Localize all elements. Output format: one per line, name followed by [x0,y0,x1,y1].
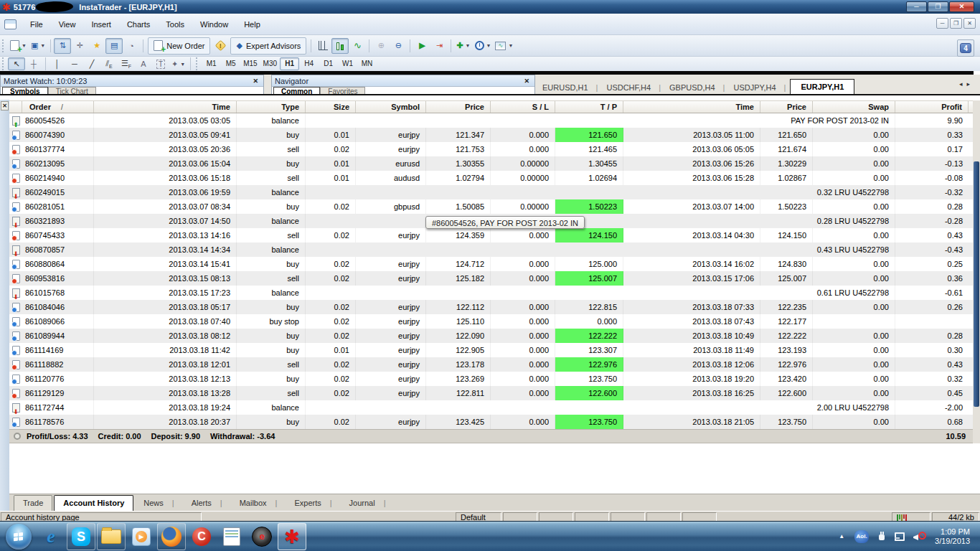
toolbar-grip[interactable] [196,57,199,70]
timeframe-button[interactable]: M5 [221,57,240,70]
vertical-scrollbar[interactable] [973,100,980,443]
column-profit[interactable]: Profit [895,101,969,113]
timeframe-button[interactable]: M30 [260,57,280,70]
terminal-tab[interactable]: News [135,496,182,511]
terminal-tab[interactable]: Alerts [183,496,231,511]
notification-button[interactable]: 4 [957,39,974,57]
network-tray-icon[interactable] [895,532,905,541]
menu-item[interactable]: View [51,17,84,32]
fibonacci-button[interactable]: ☰F [118,57,135,70]
toolbar-grip[interactable] [2,39,6,52]
column-order[interactable]: Order/ [22,101,94,113]
close-button[interactable]: ✕ [949,1,974,12]
column-open-price[interactable]: Price [426,101,491,113]
history-row[interactable]: 861114169 2013.03.18 11:42 buy 0.01 eurj… [9,343,973,357]
text-button[interactable]: A [135,57,152,70]
column-size[interactable]: Size [306,101,356,113]
expert-advisors-button[interactable]: ◆ Expert Advisors [234,38,303,54]
equidistant-channel-button[interactable]: ⫽E [100,57,118,70]
column-type[interactable]: Type [237,101,306,113]
vertical-line-button[interactable]: │ [49,57,66,70]
history-row[interactable]: 861084046 2013.03.18 05:17 buy 0.02 eurj… [9,300,973,314]
templates-button[interactable]: ∿▼ [493,38,515,54]
firefox-icon[interactable] [157,523,186,550]
timeframe-button[interactable]: W1 [338,57,357,70]
important-news-button[interactable]: ! [212,38,229,54]
power-plug-tray-icon[interactable] [877,532,886,542]
terminal-tab[interactable]: Account History [54,495,133,511]
history-row[interactable]: 860213095 2013.03.06 15:04 buy 0.01 euru… [9,156,973,171]
chart-tab[interactable]: GBPUSD,H4 [665,81,729,95]
chart-tab[interactable]: USDJPY,H4 [729,81,790,95]
chart-window-icon[interactable] [4,19,17,29]
taskbar-clock[interactable]: 1:09 PM 3/19/2013 [930,527,976,546]
history-row[interactable]: 860054526 2013.03.05 03:05 balance PAY F… [9,113,973,128]
data-window-button[interactable]: ✛ [71,38,88,54]
zoom-out-button[interactable]: ⊖ [390,38,407,54]
column-symbol[interactable]: Symbol [356,101,426,113]
strategy-tester-button[interactable]: ◔ [123,38,140,54]
terminal-toggle-button[interactable]: ▤ [105,38,123,54]
menu-item[interactable]: Tools [158,17,192,32]
menu-item[interactable]: File [22,17,51,32]
timeframe-button[interactable]: H4 [299,57,319,70]
bar-chart-button[interactable] [314,38,331,54]
tab-scroll-arrows[interactable]: ◂▸ [959,80,974,88]
candlestick-chart-button[interactable] [331,38,349,54]
history-row[interactable]: 861129129 2013.03.18 13:28 sell 0.02 eur… [9,386,973,400]
history-row[interactable]: 861089944 2013.03.18 08:12 buy 0.02 eurj… [9,329,973,343]
history-row[interactable]: 860745433 2013.03.13 14:16 sell 0.02 eur… [9,228,973,242]
instatrader-taskbar-icon[interactable]: ✱ [278,523,306,550]
timeframe-button[interactable]: M1 [202,57,221,70]
aol-tray-icon[interactable]: Aol. [854,530,869,543]
history-row[interactable]: 860214940 2013.03.06 15:18 sell 0.01 aud… [9,171,973,185]
history-row[interactable]: 861172744 2013.03.18 19:24 balance 2.00 … [9,400,973,415]
menu-item[interactable]: Insert [83,17,119,32]
timeframe-button[interactable]: MN [357,57,377,70]
chart-tab[interactable]: EURUSD,H1 [538,81,602,95]
history-row[interactable]: 860281051 2013.03.07 08:34 buy 0.02 gbpu… [9,199,973,214]
arrows-button[interactable]: ✦▼ [169,57,187,70]
start-button[interactable] [6,524,32,550]
new-chart-button[interactable]: +▼ [8,38,29,54]
notes-app-icon[interactable] [217,523,246,550]
file-explorer-icon[interactable] [97,523,126,550]
history-row[interactable]: 860880864 2013.03.14 15:41 buy 0.02 eurj… [9,257,973,271]
menu-item[interactable]: Charts [119,17,158,32]
status-profile[interactable]: Default [456,512,501,521]
crosshair-button[interactable]: ┼ [25,57,42,70]
periods-button[interactable]: ▼ [473,38,494,54]
history-row[interactable]: 861178576 2013.03.18 20:37 buy 0.02 eurj… [9,415,973,429]
history-row[interactable]: 861015768 2013.03.15 17:23 balance 0.61 … [9,286,973,300]
column-close-time[interactable]: Time [623,101,760,113]
mdi-restore-button[interactable]: ❐ [950,18,962,29]
menu-item[interactable]: Help [236,17,268,32]
history-row[interactable]: 861118882 2013.03.18 12:01 sell 0.02 eur… [9,357,973,372]
timeframe-button[interactable]: H1 [280,57,299,70]
history-row[interactable]: 861089066 2013.03.18 07:40 buy stop 0.02… [9,314,973,329]
terminal-tab[interactable]: Experts [286,496,340,511]
terminal-tab[interactable]: Trade [14,495,52,511]
chart-tab[interactable]: EURJPY,H1 [790,79,854,95]
chart-tab[interactable]: USDCHF,H4 [602,81,665,95]
trendline-button[interactable]: ╱ [83,57,100,70]
line-chart-button[interactable]: ∿ [349,38,366,54]
profiles-button[interactable]: ▣▼ [29,38,47,54]
toolbar-grip[interactable] [2,57,6,70]
horizontal-line-button[interactable]: ─ [66,57,83,70]
text-label-button[interactable]: T [152,57,169,70]
mdi-minimize-button[interactable]: ─ [936,18,948,29]
mdi-close-button[interactable]: ✕ [963,18,976,29]
volume-muted-tray-icon[interactable] [913,532,926,542]
media-player-icon[interactable]: ▶ [127,523,156,550]
history-row[interactable]: 860074390 2013.03.05 09:41 buy 0.01 eurj… [9,128,973,142]
disc-app-icon[interactable]: e [248,523,276,550]
auto-scroll-button[interactable]: ▶ [413,38,430,54]
history-row[interactable]: 860953816 2013.03.15 08:13 sell 0.02 eur… [9,271,973,286]
navigator-toggle-button[interactable]: ★ [88,38,105,54]
column-tp[interactable]: T / P [555,101,623,113]
history-row[interactable]: 861120776 2013.03.18 12:13 buy 0.02 eurj… [9,372,973,386]
scrollbar-thumb[interactable] [974,161,979,407]
indicators-button[interactable]: ✚▼ [454,38,472,54]
show-hidden-icons-arrow[interactable]: ▲ [833,533,850,540]
